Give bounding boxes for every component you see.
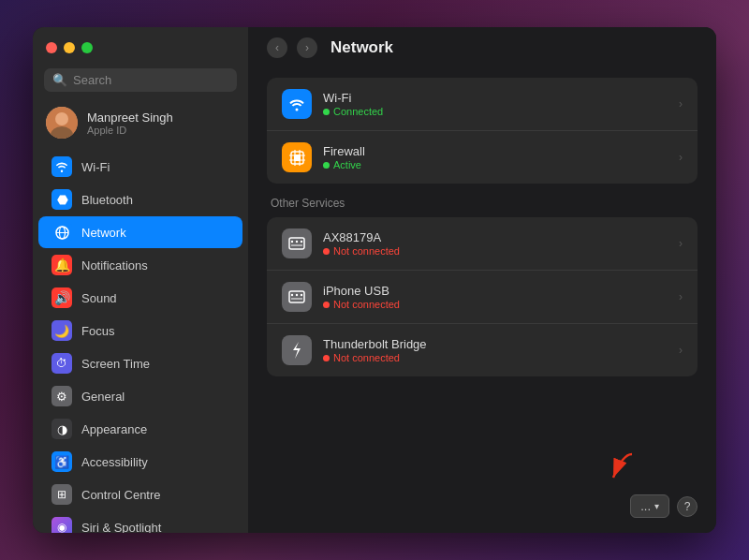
- sidebar-item-label-notifications: Notifications: [81, 258, 148, 273]
- maximize-button[interactable]: [81, 42, 93, 53]
- system-preferences-window: 🔍 Search Manpreet Singh Apple ID: [33, 27, 716, 533]
- focus-icon: 🌙: [51, 320, 72, 341]
- iphone-usb-icon: [282, 282, 312, 312]
- svg-point-18: [291, 294, 293, 296]
- ax88179a-row[interactable]: AX88179A Not connected ›: [267, 217, 698, 271]
- thunderbolt-status-dot: [323, 355, 330, 361]
- search-box[interactable]: 🔍 Search: [44, 68, 237, 92]
- svg-point-1: [55, 112, 68, 125]
- thunderbolt-net-status: Not connected: [323, 352, 679, 363]
- main-body: Wi-Fi Connected ›: [248, 68, 716, 485]
- sidebar-item-accessibility[interactable]: ♿ Accessibility: [38, 446, 242, 478]
- firewall-row[interactable]: Firewall Active ›: [267, 131, 698, 184]
- sidebar-item-notifications[interactable]: 🔔 Notifications: [38, 249, 242, 281]
- sidebar-item-label-general: General: [81, 390, 125, 404]
- ax88179a-chevron: ›: [679, 237, 683, 250]
- wifi-status-text: Connected: [333, 106, 383, 117]
- ax88179a-status-dot: [323, 248, 330, 255]
- close-button[interactable]: [46, 42, 57, 53]
- iphone-usb-row[interactable]: iPhone USB Not connected ›: [267, 271, 698, 324]
- ax88179a-net-name: AX88179A: [323, 230, 679, 244]
- sidebar-item-appearance[interactable]: ◑ Appearance: [38, 413, 242, 445]
- wifi-status-dot: [323, 109, 330, 115]
- sidebar-item-label-network: Network: [81, 226, 126, 240]
- firewall-net-info: Firewall Active: [323, 144, 679, 170]
- svg-point-13: [291, 241, 293, 243]
- screen-time-icon: ⏱: [51, 353, 72, 374]
- ax88179a-net-status: Not connected: [323, 245, 679, 257]
- user-info: Manpreet Singh Apple ID: [87, 111, 173, 136]
- siri-icon: ◉: [51, 517, 72, 533]
- bluetooth-icon: ⬣: [51, 189, 72, 210]
- firewall-status-text: Active: [333, 159, 361, 170]
- wifi-chevron: ›: [679, 97, 683, 111]
- more-dots: ...: [640, 499, 651, 513]
- iphone-usb-chevron: ›: [679, 290, 683, 303]
- avatar: [46, 107, 78, 139]
- wifi-row[interactable]: Wi-Fi Connected ›: [267, 78, 698, 131]
- wifi-net-name: Wi-Fi: [323, 91, 679, 105]
- iphone-usb-net-name: iPhone USB: [323, 284, 679, 298]
- sidebar-item-label-appearance: Appearance: [81, 422, 147, 436]
- firewall-net-status: Active: [323, 159, 679, 170]
- iphone-usb-status-dot: [323, 302, 330, 308]
- minimize-button[interactable]: [64, 42, 75, 53]
- iphone-usb-net-status: Not connected: [323, 299, 679, 310]
- svg-point-15: [301, 241, 302, 243]
- back-button[interactable]: ‹: [267, 37, 287, 58]
- firewall-net-name: Firewall: [323, 144, 679, 158]
- sidebar-item-control-centre[interactable]: ⊞ Control Centre: [38, 479, 242, 510]
- sidebar-item-general[interactable]: ⚙ General: [38, 380, 242, 412]
- network-icon: [51, 222, 72, 243]
- ax88179a-status-text: Not connected: [333, 245, 400, 257]
- sidebar-item-label-wifi: Wi-Fi: [81, 160, 110, 174]
- main-header: ‹ › Network: [248, 27, 716, 68]
- sidebar-items: Wi-Fi ⬣ Bluetooth Network: [33, 150, 248, 533]
- svg-rect-17: [289, 291, 304, 302]
- sidebar-item-wifi[interactable]: Wi-Fi: [38, 151, 242, 183]
- general-icon: ⚙: [51, 386, 72, 406]
- sidebar: 🔍 Search Manpreet Singh Apple ID: [33, 27, 248, 533]
- notifications-icon: 🔔: [51, 255, 72, 275]
- sidebar-item-label-screen-time: Screen Time: [81, 357, 150, 371]
- sidebar-item-network[interactable]: Network: [38, 216, 242, 248]
- svg-point-20: [301, 294, 302, 296]
- user-profile[interactable]: Manpreet Singh Apple ID: [33, 101, 248, 144]
- main-content: ‹ › Network Wi-Fi: [248, 27, 716, 533]
- sidebar-item-focus[interactable]: 🌙 Focus: [38, 315, 242, 346]
- more-button[interactable]: ... ▾: [630, 494, 669, 518]
- firewall-chevron: ›: [679, 151, 683, 164]
- firewall-net-icon: [282, 142, 312, 172]
- other-services-group: AX88179A Not connected ›: [267, 217, 698, 376]
- thunderbolt-net-info: Thunderbolt Bridge Not connected: [323, 337, 679, 363]
- sidebar-item-siri[interactable]: ◉ Siri & Spotlight: [38, 511, 242, 533]
- svg-point-19: [296, 294, 298, 296]
- sidebar-item-sound[interactable]: 🔊 Sound: [38, 282, 242, 314]
- wifi-net-icon: [282, 89, 312, 119]
- thunderbolt-row[interactable]: Thunderbolt Bridge Not connected ›: [267, 324, 698, 376]
- forward-button[interactable]: ›: [297, 37, 317, 58]
- ax88179a-icon: [282, 228, 312, 258]
- sidebar-item-label-accessibility: Accessibility: [81, 455, 148, 469]
- firewall-status-dot: [323, 162, 330, 169]
- page-title: Network: [330, 38, 393, 57]
- ax88179a-net-info: AX88179A Not connected: [323, 230, 679, 257]
- help-button[interactable]: ?: [677, 496, 698, 517]
- wifi-icon: [51, 156, 72, 177]
- search-placeholder: Search: [73, 73, 111, 87]
- control-centre-icon: ⊞: [51, 484, 72, 505]
- thunderbolt-icon: [282, 335, 312, 365]
- svg-marker-22: [293, 342, 301, 359]
- bottom-bar: ... ▾ ?: [248, 485, 716, 533]
- sidebar-item-screen-time[interactable]: ⏱ Screen Time: [38, 347, 242, 379]
- help-label: ?: [684, 500, 691, 513]
- accessibility-icon: ♿: [51, 451, 72, 472]
- thunderbolt-chevron: ›: [679, 344, 683, 357]
- search-icon: 🔍: [52, 73, 67, 87]
- iphone-usb-status-text: Not connected: [333, 299, 400, 310]
- other-services-label: Other Services: [271, 197, 698, 210]
- sidebar-item-bluetooth[interactable]: ⬣ Bluetooth: [38, 184, 242, 215]
- wifi-net-status: Connected: [323, 106, 679, 117]
- user-subtitle: Apple ID: [87, 125, 173, 136]
- sidebar-item-label-sound: Sound: [81, 291, 117, 305]
